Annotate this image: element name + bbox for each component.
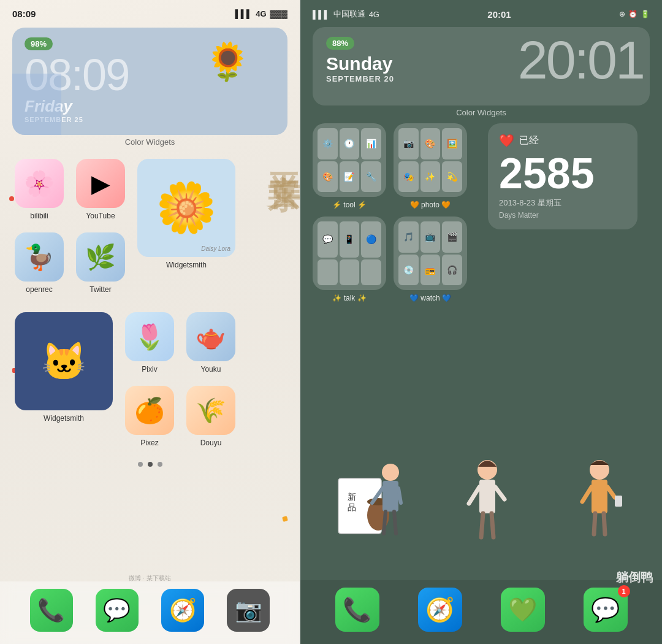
dock-wechat-moments[interactable]: 💚	[501, 588, 545, 632]
folder-photo-app-1: 📷	[398, 128, 419, 159]
small-apps-col-2: 🫖 Youku 🌾 Douyu	[183, 306, 239, 453]
days-matter-widget[interactable]: ❤️ 已经 2585 2013-8-23 星期五 Days Matter	[488, 123, 637, 229]
app-grid-container: 平安喜乐 🌸 bilibili ▶ YouTube 🌼 Daisy Lora W…	[6, 153, 294, 453]
folder-photo[interactable]: 📷 🎨 🖼️ 🎭 ✨ 💫 🧡 photo 🧡	[394, 123, 467, 209]
svg-line-21	[594, 513, 595, 534]
carrier-right: 中国联通	[333, 9, 365, 20]
clock-widget-left[interactable]: 98% 08:09 Friday SEPTEMBER 25 🌻	[12, 28, 287, 135]
folder-talk-app-6	[361, 259, 381, 286]
clock-widget-label-left: Color Widgets	[0, 137, 300, 147]
days-count: 2585	[499, 150, 626, 197]
folder-watch-icon: 🎵 📺 🎬 💿 📻 🎧	[394, 217, 467, 290]
dock-left: 📞 💬 🧭 📷	[0, 581, 300, 644]
folder-watch-app-4: 💿	[398, 255, 419, 286]
signal-bars-left: ▌▌▌	[235, 9, 253, 18]
app-youku[interactable]: 🫖 Youku	[183, 306, 239, 380]
clock-widget-label-right: Color Widgets	[300, 108, 662, 117]
clock-date-left: SEPTEMBER 25	[25, 116, 275, 123]
right-phone: ▌▌▌ 中国联通 4G 20:01 ⊕ ⏰ 🔋 88% 20:01 Sunday…	[300, 0, 662, 644]
days-matter-header: ❤️ 已经	[499, 133, 626, 148]
folder-tool[interactable]: ⚙️ 🕐 📊 🎨 📝 🔧 ⚡ tool ⚡	[313, 123, 386, 209]
pixiv-icon: 🌷	[125, 312, 174, 361]
openrec-icon: 🦆	[15, 232, 64, 282]
folder-talk-app-5	[340, 259, 360, 286]
app-widgetsmith-large[interactable]: 🐱 Widgetsmith	[11, 306, 116, 453]
folder-talk-label: ✨ talk ✨	[332, 294, 366, 302]
app-pixiv[interactable]: 🌷 Pixiv	[121, 306, 178, 380]
app-douyu[interactable]: 🌾 Douyu	[183, 380, 239, 453]
left-phone: 08:09 ▌▌▌ 4G ▓▓▓ 98% 08:09 Friday SEPTEM…	[0, 0, 300, 644]
svg-rect-12	[479, 480, 495, 513]
widgetsmith-daisy-icon: 🌼 Daisy Lora	[137, 159, 235, 257]
confetti-3	[282, 516, 288, 522]
days-matter-label: Days Matter	[499, 211, 626, 220]
building-decoration	[12, 74, 61, 135]
network-right: 4G	[369, 10, 379, 19]
youku-label: Youku	[201, 365, 221, 374]
dock-right: 📞 🧭 💚 💬 1	[300, 580, 662, 644]
widgetsmith-space-icon: 🐱	[15, 312, 113, 410]
sunflower-decoration: 🌻	[205, 40, 251, 83]
status-time-left: 08:09	[12, 9, 36, 19]
folder-watch-app-2: 📺	[420, 221, 441, 253]
youtube-icon: ▶	[76, 159, 125, 208]
dock-phone-right[interactable]: 📞	[335, 588, 379, 632]
dock-phone-left[interactable]: 📞	[30, 589, 73, 632]
battery-icon-right: 🔋	[641, 10, 650, 18]
folder-app-4: 🎨	[318, 161, 338, 193]
days-matter-title: 已经	[519, 134, 539, 147]
douyu-label: Douyu	[200, 439, 222, 447]
svg-rect-18	[592, 480, 607, 513]
main-content-right: ⚙️ 🕐 📊 🎨 📝 🔧 ⚡ tool ⚡ 📷 🎨 🖼️ 🎭 ✨	[313, 123, 650, 302]
battery-badge-right: 88%	[326, 37, 354, 50]
figure-boba-stand: 新 品	[332, 454, 406, 589]
app-row-3: 🐱 Widgetsmith 🌷 Pixiv 🍊 Pixez 🫖 Youku	[11, 306, 289, 453]
alarm-icon: ⏰	[628, 10, 637, 18]
folder-talk-app-4	[318, 259, 338, 286]
dock-safari-left[interactable]: 🧭	[161, 589, 204, 632]
svg-line-10	[394, 512, 396, 534]
illustration-area: 新 品	[300, 417, 662, 589]
folder-app-3: 📊	[361, 128, 381, 159]
folder-photo-app-6: 💫	[442, 161, 462, 193]
right-figure-illustration	[569, 451, 630, 586]
widgetsmith-large-label: Widgetsmith	[44, 414, 84, 423]
folder-watch[interactable]: 🎵 📺 🎬 💿 📻 🎧 💙 watch 💙	[394, 217, 467, 302]
folder-app-5: 📝	[340, 161, 360, 193]
clock-widget-right[interactable]: 88% 20:01 Sunday SEPTEMBER 20	[313, 27, 650, 105]
clock-time-right: 20:01	[518, 33, 644, 87]
folder-watch-app-1: 🎵	[398, 221, 419, 253]
folder-photo-app-2: 🎨	[420, 128, 441, 159]
app-twitter[interactable]: 🌿 Twitter	[72, 226, 129, 300]
signal-right: ▌▌▌	[313, 10, 330, 19]
status-icons-left: ▌▌▌ 4G ▓▓▓	[235, 9, 287, 18]
svg-line-14	[495, 487, 504, 499]
dock-messages-left[interactable]: 💬	[96, 589, 139, 632]
dock-wechat[interactable]: 💬 1	[584, 588, 628, 632]
svg-line-20	[607, 487, 615, 497]
twitter-icon: 🌿	[76, 232, 125, 282]
dot-2[interactable]	[148, 462, 153, 467]
dot-1[interactable]	[138, 462, 143, 467]
dot-3[interactable]	[158, 462, 162, 467]
status-bar-right: ▌▌▌ 中国联通 4G 20:01 ⊕ ⏰ 🔋	[300, 0, 662, 23]
svg-line-9	[384, 512, 386, 534]
svg-point-5	[382, 464, 399, 481]
app-pixez[interactable]: 🍊 Pixez	[121, 380, 178, 453]
dock-safari-right[interactable]: 🧭	[418, 588, 462, 632]
app-openrec[interactable]: 🦆 openrec	[11, 226, 67, 300]
dock-camera-left[interactable]: 📷	[227, 589, 270, 632]
douyu-icon: 🌾	[186, 386, 235, 435]
svg-line-19	[582, 487, 592, 502]
folder-talk-app-1: 💬	[318, 221, 338, 258]
folder-talk[interactable]: 💬 📱 🔵 ✨ talk ✨	[313, 217, 386, 302]
widgetsmith-daisy-label: Widgetsmith	[166, 261, 207, 269]
svg-line-22	[604, 513, 605, 534]
openrec-label: openrec	[26, 285, 52, 294]
pixiv-label: Pixiv	[142, 365, 157, 374]
svg-line-13	[469, 487, 479, 504]
app-widgetsmith-daisy[interactable]: 🌼 Daisy Lora Widgetsmith	[134, 153, 239, 275]
boba-illustration: 新 品	[332, 454, 406, 589]
folder-watch-app-6: 🎧	[442, 255, 462, 286]
battery-left: ▓▓▓	[270, 9, 287, 18]
